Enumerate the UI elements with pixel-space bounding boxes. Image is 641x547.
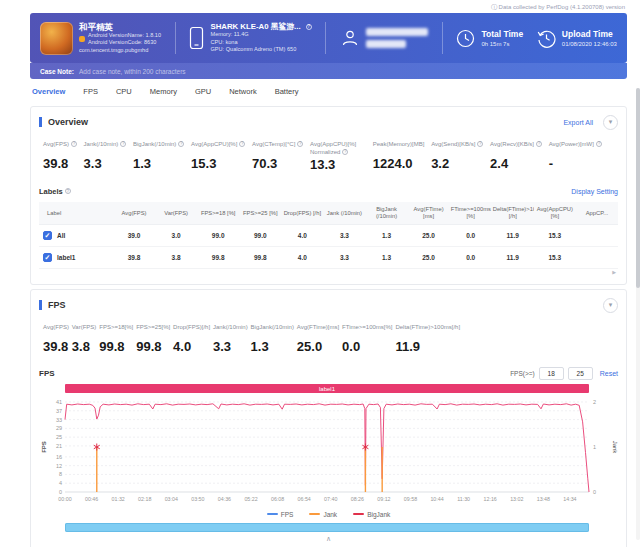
legend-fps[interactable]: FPS [267,511,294,518]
tab-overview[interactable]: Overview [32,87,65,96]
fps-threshold-label: FPS(>=) [510,370,535,377]
display-setting-link[interactable]: Display Setting [571,188,618,195]
legend-swatch [353,513,364,515]
metric-avg-recv-kb-s-: Avg(Recv)[KB/s]?2.4 [490,141,542,172]
collapse-chart-icon[interactable]: ∧ [326,535,331,545]
table-cell: 11.9 [492,225,534,247]
svg-text:02:18: 02:18 [138,496,151,502]
metric-label: Avg(FTime)[ms] [297,324,339,338]
svg-text:21: 21 [56,443,62,449]
metric-label: Avg(FPS) [43,324,69,338]
column-header: FTime>=100ms [%] [450,202,492,224]
svg-text:16: 16 [56,454,62,460]
fps-low-input[interactable]: 18 [539,367,564,380]
legend-jank[interactable]: Jank [309,511,337,518]
chart-legend: FPSJankBigJank [39,508,618,520]
metric-value: 1224.0 [373,156,425,171]
case-note-placeholder: Add case note, within 200 characters [79,68,186,75]
svg-text:13:02: 13:02 [510,496,523,502]
tab-gpu[interactable]: GPU [195,87,211,96]
metric-label: Avg(Send)[KB/s]? [431,141,483,155]
header-divider [175,22,176,54]
svg-text:Jank: Jank [612,441,618,455]
info-icon[interactable]: ? [536,141,542,147]
info-icon[interactable]: ? [71,141,77,147]
metric-value: 2.4 [490,156,542,171]
row-label: All [57,232,65,239]
info-icon[interactable]: ? [239,141,245,147]
page-scrollbar-thumb[interactable] [636,88,640,288]
collapse-fps-button[interactable]: ▾ [603,298,618,313]
info-icon[interactable]: ? [178,141,184,147]
export-all-button[interactable]: Export All [563,119,593,126]
fps-high-input[interactable]: 25 [568,367,593,380]
svg-text:1: 1 [593,444,596,450]
svg-text:00:46: 00:46 [85,496,98,502]
tab-battery[interactable]: Battery [275,87,299,96]
legend-label: Jank [323,511,337,518]
info-icon[interactable]: ? [65,188,71,194]
app-version-name: Android VersionName: 1.8.10 [88,32,161,40]
svg-text:8: 8 [59,472,62,478]
table-cell: 39.8 [113,247,155,269]
info-icon[interactable]: ? [596,141,602,147]
tab-fps[interactable]: FPS [83,87,98,96]
metric-value: - [549,156,602,171]
info-icon[interactable]: ? [306,24,312,30]
metric-value: 1.3 [133,156,184,171]
metric-value: 1.3 [251,339,294,354]
metric-avg-ctemp-c-: Avg(CTemp)[°C]?70.3 [252,141,303,172]
metric-avg-appcpu-: Avg(AppCPU)[%]?15.3 [191,141,245,172]
metric-label: Jank(/10min)? [84,141,127,155]
metric-ftime-100ms-: FTime>=100ms[%]0.0 [342,324,392,354]
column-header: Delta(FTime)>100ms [/h] [492,202,534,224]
chart-range-slider[interactable] [65,523,589,532]
svg-text:06:08: 06:08 [271,496,284,502]
legend-bigjank[interactable]: BigJank [353,511,390,518]
svg-text:12: 12 [56,463,62,469]
column-header: Var(FPS) [155,202,197,224]
row-checkbox[interactable]: ✓ [43,231,52,240]
user-icon [340,28,360,48]
svg-text:33: 33 [56,417,62,423]
info-icon[interactable]: ? [297,141,303,147]
reset-button[interactable]: Reset [600,370,618,377]
svg-text:2: 2 [593,399,596,405]
metric-value: 39.8 [43,339,69,354]
header-divider [442,22,443,54]
svg-text:07:40: 07:40 [324,496,337,502]
metric-label: Peak(Memory)[MB] [373,141,425,155]
row-checkbox[interactable]: ✓ [43,253,52,262]
table-cell: 4.0 [281,225,323,247]
clock-icon [456,29,475,48]
column-header: AppCP... [576,202,618,224]
column-header: FPS>=18 [%] [197,202,239,224]
metric-avg-appcpu-normalized: Avg(AppCPU)[%] Normalized?13.3 [310,141,366,172]
info-icon[interactable]: ? [342,149,348,155]
info-icon[interactable]: ? [477,141,483,147]
case-note-input[interactable]: Case Note: Add case note, within 200 cha… [30,63,627,79]
metric-label: Avg(CTemp)[°C]? [252,141,303,155]
metric-label: Avg(Recv)[KB/s]? [490,141,542,155]
metric-avg-fps-: Avg(FPS)?39.8 [43,141,77,172]
table-cell: 99.8 [239,247,281,269]
page-scrollbar[interactable] [636,88,640,540]
tab-memory[interactable]: Memory [150,87,177,96]
metric-value: 3.2 [431,156,483,171]
svg-text:label1: label1 [319,386,336,392]
svg-text:08:26: 08:26 [351,496,364,502]
svg-text:03:50: 03:50 [191,496,204,502]
metric-value: 70.3 [252,156,303,171]
metric-value: 0.0 [342,339,392,354]
collapse-overview-button[interactable]: ▾ [603,115,618,130]
column-header: Drop(FPS) [/h] [281,202,323,224]
app-block: 和平精英 Android VersionName: 1.8.10 Android… [40,22,161,55]
android-icon [79,36,85,42]
tab-network[interactable]: Network [229,87,257,96]
info-icon[interactable]: ? [120,141,126,147]
metric-peak-memory-mb-: Peak(Memory)[MB]1224.0 [373,141,425,172]
svg-text:01:32: 01:32 [112,496,125,502]
tab-cpu[interactable]: CPU [116,87,132,96]
table-scroll-right-icon[interactable]: ▶ [612,269,616,275]
table-cell: 39.0 [113,225,155,247]
